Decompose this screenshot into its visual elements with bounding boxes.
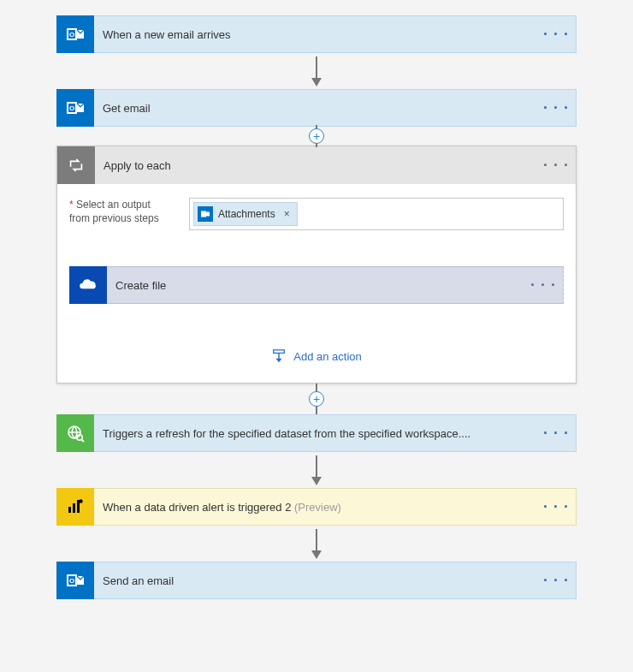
add-action-icon	[271, 348, 287, 364]
attachments-token[interactable]: Attachments ×	[193, 202, 298, 226]
svg-rect-17	[73, 503, 75, 513]
svg-text:O: O	[69, 31, 74, 39]
plus-icon[interactable]: +	[309, 128, 324, 144]
step-menu-button[interactable]: · · ·	[536, 157, 576, 175]
add-action-label: Add an action	[293, 350, 362, 363]
step-menu-button[interactable]: · · ·	[536, 572, 576, 590]
outlook-icon: O	[56, 562, 94, 599]
add-action-button[interactable]: Add an action	[69, 348, 564, 364]
plus-icon[interactable]: +	[309, 391, 324, 407]
field-label: * Select an output from previous steps	[69, 198, 179, 225]
step-title: Get email	[94, 102, 536, 115]
svg-text:O: O	[69, 104, 74, 112]
step-menu-button[interactable]: · · ·	[536, 498, 576, 516]
token-remove-button[interactable]: ×	[284, 208, 290, 220]
container-title: Apply to each	[95, 159, 536, 172]
step-send-email[interactable]: O Send an email · · ·	[56, 562, 577, 599]
step-title: Send an email	[94, 574, 536, 587]
step-menu-button[interactable]: · · ·	[536, 99, 576, 117]
step-title: When a data driven alert is triggered 2 …	[94, 501, 536, 514]
step-menu-button[interactable]: · · ·	[536, 425, 576, 443]
step-data-driven-alert[interactable]: When a data driven alert is triggered 2 …	[56, 488, 577, 526]
step-new-email-arrives[interactable]: O When a new email arrives · · ·	[56, 15, 577, 53]
output-token-field[interactable]: Attachments ×	[189, 198, 564, 230]
select-output-field-row: * Select an output from previous steps A…	[69, 198, 564, 230]
outlook-icon: O	[56, 15, 94, 53]
svg-point-19	[79, 499, 82, 503]
svg-rect-10	[274, 350, 285, 354]
svg-rect-8	[201, 211, 206, 217]
step-menu-button[interactable]: · · ·	[536, 26, 576, 44]
step-create-file[interactable]: Create file · · ·	[69, 266, 564, 304]
outlook-icon: O	[56, 89, 94, 127]
step-title: Triggers a refresh for the specified dat…	[94, 427, 536, 440]
connector-arrow	[56, 452, 577, 488]
step-get-email[interactable]: O Get email · · ·	[56, 89, 577, 127]
powerbi-icon	[56, 488, 94, 526]
connector-arrow	[56, 53, 577, 89]
token-label: Attachments	[218, 208, 275, 220]
svg-rect-9	[206, 212, 210, 217]
outlook-icon	[198, 206, 213, 222]
flow-canvas: O When a new email arrives · · · O Get e…	[56, 15, 577, 599]
insert-step-plus: +	[56, 384, 577, 414]
connector-arrow	[56, 526, 577, 562]
step-title: Create file	[107, 279, 524, 292]
loop-icon	[57, 146, 95, 184]
step-title: When a new email arrives	[94, 28, 536, 41]
insert-step-plus: +	[56, 127, 577, 146]
svg-marker-12	[276, 359, 282, 363]
svg-rect-16	[68, 507, 71, 513]
svg-line-15	[81, 439, 84, 442]
onedrive-icon	[69, 266, 107, 304]
svg-text:O: O	[69, 577, 74, 585]
apply-to-each-container: Apply to each · · · * Select an output f…	[56, 146, 577, 384]
step-menu-button[interactable]: · · ·	[524, 277, 563, 294]
container-header[interactable]: Apply to each · · ·	[57, 146, 576, 184]
step-refresh-dataset[interactable]: Triggers a refresh for the specified dat…	[56, 414, 577, 452]
globe-icon	[56, 414, 94, 452]
